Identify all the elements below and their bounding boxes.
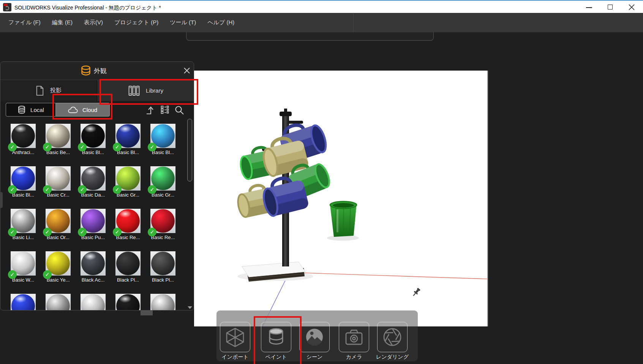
- material-thumbnail: ✓: [150, 209, 175, 233]
- material-item[interactable]: ✓ Basic Gr...: [115, 166, 141, 198]
- menu-bar: ファイル (F) 編集 (E) 表示(V) プロジェクト (P) ツール (T)…: [0, 13, 643, 32]
- material-item[interactable]: ✓: [150, 294, 175, 310]
- check-badge: ✓: [78, 143, 87, 151]
- aperture-icon: [382, 327, 403, 347]
- cube-icon: [225, 327, 245, 347]
- material-item[interactable]: ✓ Basic Bl...: [150, 124, 175, 155]
- material-name: Black Ac...: [81, 277, 106, 283]
- check-badge: ✓: [8, 228, 17, 236]
- render-button[interactable]: [377, 322, 408, 352]
- menu-edit[interactable]: 編集 (E): [52, 19, 73, 26]
- scene-button[interactable]: [299, 322, 330, 352]
- material-thumbnail: ✓: [46, 209, 71, 233]
- check-badge: ✓: [148, 185, 156, 194]
- material-item[interactable]: ✓: [11, 294, 36, 310]
- material-item[interactable]: ✓ Black Pl...: [115, 251, 141, 283]
- material-thumbnail: ✓: [81, 166, 106, 191]
- scene-image-icon: [304, 327, 325, 347]
- maximize-button[interactable]: [602, 1, 619, 14]
- material-name: Black Pl...: [115, 277, 141, 283]
- material-thumbnail: ✓: [150, 166, 175, 191]
- action-bar: インポート ペイント シーン カメラ レンダリング: [216, 310, 418, 361]
- camera-button[interactable]: [339, 322, 369, 352]
- scrollbar-thumb[interactable]: [187, 119, 192, 181]
- maximize-icon: [608, 5, 613, 9]
- material-sphere: [116, 252, 140, 275]
- material-item[interactable]: ✓ Black Pl...: [150, 251, 175, 283]
- material-thumbnail: ✓: [115, 209, 141, 233]
- menu-tools[interactable]: ツール (T): [170, 19, 196, 26]
- material-thumbnail: ✓: [115, 166, 141, 191]
- material-sphere: [81, 294, 105, 310]
- material-thumbnail: ✓: [46, 251, 71, 276]
- scene-label: シーン: [295, 354, 333, 361]
- ribbon-remnant: [186, 32, 434, 41]
- window-title: SOLIDWORKS Visualize Professional - 無題のプ…: [14, 1, 161, 14]
- check-badge: ✓: [8, 185, 17, 194]
- check-badge: ✓: [43, 270, 52, 279]
- material-thumbnail: ✓: [11, 209, 36, 233]
- material-item[interactable]: ✓ Basic W...: [11, 251, 36, 283]
- materials-grid: ✓ Anthraci... ✓ Basic Be... ✓ Basic Bl..…: [0, 62, 194, 310]
- material-thumbnail: ✓: [46, 124, 71, 148]
- material-item[interactable]: ✓ Basic Da...: [81, 166, 106, 198]
- check-badge: ✓: [78, 185, 87, 194]
- menu-project[interactable]: プロジェクト (P): [114, 19, 158, 26]
- material-sphere: [151, 252, 175, 275]
- viewport-right-border: [487, 71, 488, 326]
- material-thumbnail: ✓: [46, 166, 71, 191]
- import-button[interactable]: [220, 322, 250, 352]
- paint-button[interactable]: [261, 322, 291, 352]
- scroll-down-icon[interactable]: [188, 306, 192, 309]
- check-badge: ✓: [8, 270, 17, 279]
- paint-label: ペイント: [257, 354, 295, 361]
- material-item[interactable]: ✓ Basic Bl...: [81, 124, 106, 155]
- material-thumbnail: ✓: [150, 124, 175, 148]
- panel-side-handle[interactable]: [0, 192, 3, 208]
- material-thumbnail: ✓: [150, 294, 175, 310]
- close-window-button[interactable]: [623, 1, 640, 14]
- appearance-panel: 外観 投影 Library: [0, 61, 194, 310]
- pin-icon[interactable]: [412, 288, 421, 298]
- material-item[interactable]: ✓ Basic Gr...: [150, 166, 175, 198]
- title-bar: SOLIDWORKS Visualize Professional - 無題のプ…: [0, 0, 643, 13]
- camera-icon: [344, 327, 364, 347]
- render-label: レンダリング: [373, 354, 411, 361]
- material-item[interactable]: ✓: [115, 294, 141, 310]
- check-badge: ✓: [113, 143, 122, 151]
- material-thumbnail: ✓: [81, 209, 106, 233]
- material-thumbnail: ✓: [150, 251, 175, 276]
- material-item[interactable]: ✓ Basic Re...: [150, 209, 175, 240]
- application-window: SOLIDWORKS Visualize Professional - 無題のプ…: [0, 0, 643, 364]
- material-item[interactable]: ✓ Basic Or...: [46, 209, 71, 240]
- viewport-3d-canvas[interactable]: [194, 71, 487, 326]
- material-item[interactable]: ✓ Basic Bl...: [115, 124, 141, 155]
- minimize-button[interactable]: [581, 1, 598, 14]
- menu-view[interactable]: 表示(V): [84, 19, 103, 26]
- material-sphere: [151, 294, 175, 310]
- material-item[interactable]: ✓: [81, 294, 106, 310]
- material-item[interactable]: ✓: [46, 294, 71, 310]
- material-thumbnail: ✓: [81, 124, 106, 148]
- material-item[interactable]: ✓ Basic Be...: [46, 124, 71, 155]
- check-badge: ✓: [148, 228, 156, 236]
- material-sphere: [11, 294, 35, 310]
- material-item[interactable]: ✓ Basic Pu...: [81, 209, 106, 240]
- material-sphere: [116, 294, 140, 310]
- material-item[interactable]: ✓ Basic Li...: [11, 209, 36, 240]
- menu-divider: [353, 13, 354, 32]
- check-badge: ✓: [78, 228, 87, 236]
- green-cup[interactable]: [330, 202, 357, 237]
- material-item[interactable]: ✓ Black Ac...: [81, 251, 106, 283]
- material-item[interactable]: ✓ Basic Cr...: [46, 166, 71, 198]
- menu-file[interactable]: ファイル (F): [8, 19, 41, 26]
- material-item[interactable]: ✓ Basic Bl...: [11, 166, 36, 198]
- material-item[interactable]: ✓ Anthraci...: [11, 124, 36, 155]
- material-thumbnail: ✓: [115, 294, 141, 310]
- material-thumbnail: ✓: [81, 294, 106, 310]
- material-thumbnail: ✓: [115, 251, 141, 276]
- check-badge: ✓: [43, 185, 52, 194]
- menu-help[interactable]: ヘルプ (H): [207, 19, 234, 26]
- material-item[interactable]: ✓ Basic Ye...: [46, 251, 71, 283]
- material-item[interactable]: ✓ Basic Re...: [115, 209, 141, 240]
